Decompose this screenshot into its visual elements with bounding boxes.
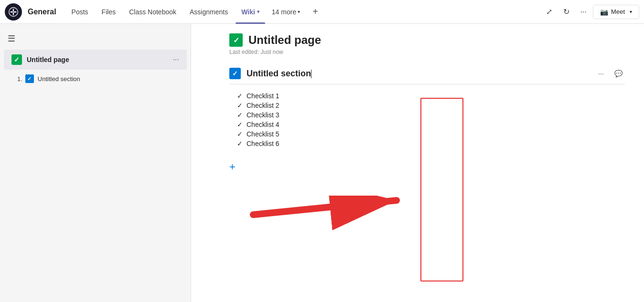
section-blue-checkbox <box>25 74 34 83</box>
section-divider <box>229 84 625 84</box>
list-item: ✓ Checklist 5 <box>237 130 625 138</box>
nav-item-assignments[interactable]: Assignments <box>184 0 234 24</box>
list-item: ✓ Checklist 2 <box>237 102 625 109</box>
check-icon-2: ✓ <box>237 102 243 109</box>
nav-actions: ⤢ ↻ ··· 📷 Meet ▾ <box>541 4 639 20</box>
content-area: Untitled page Last edited: Just now Unti… <box>191 24 644 302</box>
main-layout: ☰ Untitled page ··· 1. Untitled section … <box>0 24 644 302</box>
page-green-checkbox <box>11 54 22 65</box>
checklist-label-4[interactable]: Checklist 4 <box>247 121 279 128</box>
checklist-label-2[interactable]: Checklist 2 <box>247 102 279 109</box>
checklist-label-1[interactable]: Checklist 1 <box>247 92 279 100</box>
camera-icon: 📷 <box>600 8 608 16</box>
sidebar-menu-btn[interactable]: ☰ <box>0 30 23 48</box>
sidebar: ☰ Untitled page ··· 1. Untitled section <box>0 24 191 302</box>
sidebar-page-item[interactable]: Untitled page ··· <box>4 50 187 70</box>
page-title[interactable]: Untitled page <box>248 33 321 47</box>
wiki-dropdown-arrow: ▾ <box>257 9 259 14</box>
more-options-btn[interactable]: ··· <box>576 4 591 20</box>
nav-item-wiki[interactable]: Wiki ▾ <box>236 0 265 24</box>
nav-item-files[interactable]: Files <box>96 0 122 24</box>
nav-item-class-notebook[interactable]: Class Notebook <box>123 0 182 24</box>
meet-dropdown-arrow: ▾ <box>630 9 632 14</box>
arrow-annotation <box>248 196 411 236</box>
check-icon-1: ✓ <box>237 92 243 100</box>
sidebar-page-more[interactable]: ··· <box>173 55 179 64</box>
section-heading: Untitled section ··· 💬 <box>229 67 625 80</box>
checklist-label-6[interactable]: Checklist 6 <box>247 140 279 147</box>
top-nav: General Posts Files Class Notebook Assig… <box>0 0 644 24</box>
section-actions: ··· 💬 <box>594 67 625 80</box>
list-item: ✓ Checklist 4 <box>237 121 625 128</box>
section-title[interactable]: Untitled section <box>247 69 594 79</box>
page-title-area: Untitled page <box>229 33 625 47</box>
expand-btn[interactable]: ⤢ <box>541 4 557 20</box>
section-comment-btn[interactable]: 💬 <box>612 67 625 80</box>
sidebar-page-label: Untitled page <box>27 56 173 63</box>
meet-btn[interactable]: 📷 Meet ▾ <box>593 5 639 19</box>
check-icon-3: ✓ <box>237 111 243 119</box>
section-number: 1. <box>17 75 22 83</box>
content-green-checkbox <box>229 33 243 47</box>
check-icon-6: ✓ <box>237 140 243 147</box>
list-item: ✓ Checklist 3 <box>237 111 625 119</box>
checklist-area: ✓ Checklist 1 ✓ Checklist 2 ✓ Checklist … <box>237 92 625 147</box>
nav-more-btn[interactable]: 14 more ▾ <box>267 0 305 24</box>
check-icon-4: ✓ <box>237 121 243 128</box>
checklist-label-3[interactable]: Checklist 3 <box>247 111 279 119</box>
app-icon <box>5 3 22 21</box>
last-edited: Last edited: Just now <box>229 49 625 55</box>
checklist-label-5[interactable]: Checklist 5 <box>247 130 279 138</box>
content-blue-checkbox <box>229 68 241 79</box>
add-section-btn[interactable]: + <box>229 161 236 173</box>
check-icon-5: ✓ <box>237 130 243 138</box>
channel-name: General <box>28 8 56 16</box>
sidebar-section-label: Untitled section <box>38 75 80 83</box>
sidebar-section-item[interactable]: 1. Untitled section <box>0 72 191 86</box>
nav-item-posts[interactable]: Posts <box>66 0 94 24</box>
list-item: ✓ Checklist 1 <box>237 92 625 100</box>
list-item: ✓ Checklist 6 <box>237 140 625 147</box>
text-cursor <box>311 70 311 78</box>
section-more-btn[interactable]: ··· <box>594 67 608 80</box>
refresh-btn[interactable]: ↻ <box>558 4 574 20</box>
svg-line-3 <box>253 200 397 215</box>
more-dropdown-arrow: ▾ <box>298 9 300 14</box>
nav-add-btn[interactable]: + <box>307 0 324 24</box>
